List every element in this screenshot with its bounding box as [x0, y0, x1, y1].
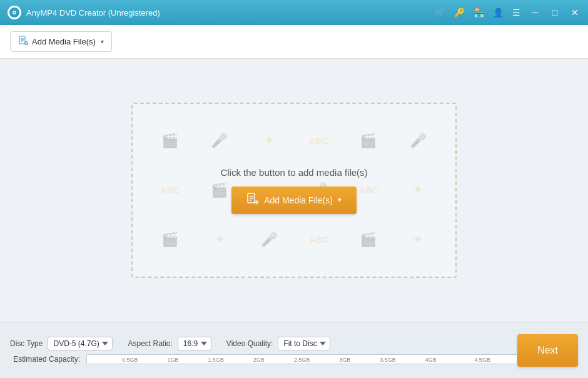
aspect-ratio-label: Aspect Ratio:	[128, 339, 172, 348]
tick-1.5gb: 1.5GB	[208, 357, 224, 363]
tick-2gb: 2GB	[253, 357, 265, 363]
add-media-main-button[interactable]: Add Media File(s) ▾	[231, 186, 357, 214]
bottom-left: Disc Type DVD-5 (4.7G) DVD-9 (8.5G) Aspe…	[10, 337, 517, 364]
tick-1gb: 1GB	[167, 357, 178, 363]
title-left: AnyMP4 DVD Creator (Unregistered)	[8, 6, 160, 19]
drop-label: Click the button to add media file(s)	[220, 167, 367, 178]
store-icon[interactable]: 🏪	[474, 8, 484, 18]
key-icon[interactable]: 🔑	[454, 8, 465, 18]
capacity-bar: 0.5GB 1GB 1.5GB 2GB 2.5GB 3GB 3.5GB 4GB …	[86, 354, 517, 364]
add-file-main-icon	[246, 193, 259, 208]
add-media-toolbar-label: Add Media File(s)	[32, 37, 96, 46]
minimize-button[interactable]: ─	[529, 7, 540, 18]
close-button[interactable]: ✕	[569, 7, 580, 18]
tick-3gb: 3GB	[339, 357, 350, 363]
bottom-bar: Disc Type DVD-5 (4.7G) DVD-9 (8.5G) Aspe…	[0, 322, 588, 378]
tick-2.5gb: 2.5GB	[294, 357, 310, 363]
add-file-icon	[18, 36, 28, 48]
add-media-dropdown-icon: ▾	[338, 196, 342, 204]
main-content: 🎬 🎤 ✦ ABC 🎬 🎤 ABC 🎬 ✦ 🎤 ABC ✦ 🎬 ✦ 🎤 ABC …	[0, 59, 588, 322]
drop-area: 🎬 🎤 ✦ ABC 🎬 🎤 ABC 🎬 ✦ 🎤 ABC ✦ 🎬 ✦ 🎤 ABC …	[131, 103, 457, 278]
disc-type-group: Disc Type DVD-5 (4.7G) DVD-9 (8.5G)	[10, 337, 113, 350]
disc-type-select[interactable]: DVD-5 (4.7G) DVD-9 (8.5G)	[48, 337, 113, 350]
video-quality-group: Video Quality: Fit to Disc High Medium L…	[226, 337, 331, 350]
aspect-ratio-group: Aspect Ratio: 16:9 4:3	[128, 337, 211, 350]
next-button[interactable]: Next	[517, 334, 578, 367]
video-quality-select[interactable]: Fit to Disc High Medium Low	[278, 337, 330, 350]
add-media-toolbar-button[interactable]: Add Media File(s) ▾	[10, 31, 112, 52]
disc-type-label: Disc Type	[10, 339, 43, 348]
app-title: AnyMP4 DVD Creator (Unregistered)	[26, 8, 160, 18]
title-bar: AnyMP4 DVD Creator (Unregistered) 🛒 🔑 🏪 …	[0, 0, 588, 25]
cart-icon[interactable]: 🛒	[435, 8, 445, 18]
maximize-button[interactable]: □	[549, 7, 560, 18]
tick-4.5gb: 4.5GB	[474, 357, 490, 363]
drop-center: Click the button to add media file(s) Ad…	[220, 167, 367, 214]
bottom-content: Disc Type DVD-5 (4.7G) DVD-9 (8.5G) Aspe…	[10, 334, 578, 367]
tick-4gb: 4GB	[425, 357, 437, 363]
dropdown-arrow-icon: ▾	[101, 38, 104, 45]
svg-point-2	[14, 12, 16, 14]
aspect-ratio-select[interactable]: 16:9 4:3	[178, 337, 211, 350]
settings-row: Disc Type DVD-5 (4.7G) DVD-9 (8.5G) Aspe…	[10, 337, 517, 350]
add-media-main-label: Add Media File(s)	[264, 195, 333, 205]
menu-icon[interactable]: ☰	[512, 8, 520, 18]
video-quality-label: Video Quality:	[226, 339, 273, 348]
title-controls: 🛒 🔑 🏪 👤 ☰ ─ □ ✕	[435, 7, 580, 18]
user-icon[interactable]: 👤	[493, 8, 504, 18]
capacity-row: Estimated Capacity: 0.5GB 1GB 1.5GB 2GB …	[10, 354, 517, 364]
toolbar: Add Media File(s) ▾	[0, 25, 588, 59]
tick-0.5gb: 0.5GB	[122, 357, 138, 363]
capacity-label: Estimated Capacity:	[10, 355, 80, 364]
app-logo	[8, 6, 21, 19]
tick-3.5gb: 3.5GB	[380, 357, 396, 363]
